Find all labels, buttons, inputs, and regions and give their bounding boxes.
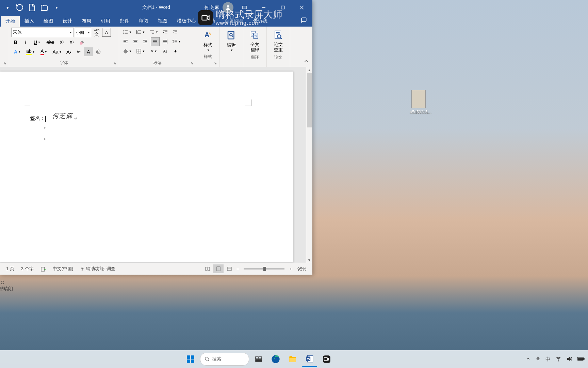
subscript-button[interactable]: X2	[58, 38, 66, 47]
bullet-list-button[interactable]: ▼	[121, 28, 133, 36]
align-right-button[interactable]	[141, 37, 150, 46]
titlebar[interactable]: ▾ ▾ 文档1 - Word 何 芝麻	[0, 0, 312, 15]
zoom-slider[interactable]	[244, 268, 284, 270]
tab-design[interactable]: 设计	[58, 16, 77, 27]
comments-icon[interactable]	[296, 15, 312, 27]
tab-view[interactable]: 视图	[153, 16, 172, 27]
undo-dropdown-icon[interactable]: ▾	[3, 3, 12, 12]
spell-check-icon[interactable]	[37, 266, 49, 272]
text-effects-button[interactable]: A▼	[11, 47, 23, 56]
clear-format-button[interactable]	[77, 38, 86, 47]
word-count[interactable]: 3 个字	[18, 266, 37, 272]
language-status[interactable]: 中文(中国)	[49, 266, 77, 272]
tab-mailings[interactable]: 邮件	[115, 16, 134, 27]
page-number[interactable]: 1 页	[3, 266, 18, 272]
page[interactable]: 签名： ↵ ↵ ↵ 何芝麻	[0, 72, 293, 262]
tab-baidu[interactable]: 百度网盘	[220, 16, 248, 27]
tab-review[interactable]: 审阅	[134, 16, 153, 27]
print-layout-button[interactable]	[213, 264, 224, 273]
font-name-combo[interactable]: 宋体▼	[11, 28, 74, 37]
tab-references[interactable]: 引用	[96, 16, 115, 27]
minimize-icon[interactable]	[256, 1, 272, 14]
phonetic-guide-button[interactable]: wén文	[92, 28, 101, 37]
new-doc-icon[interactable]	[28, 3, 36, 12]
scroll-down-icon[interactable]: ▼	[306, 257, 312, 263]
word-taskbar-button[interactable]: W	[302, 351, 317, 367]
desktop-file-icon[interactable]: a5d593c5...	[410, 90, 427, 114]
change-case-button[interactable]: Aa▼	[51, 47, 63, 56]
align-center-button[interactable]	[131, 37, 140, 46]
translate-button[interactable]: 文A 全文 翻译	[245, 28, 264, 54]
shrink-font-button[interactable]: A▾	[74, 47, 83, 56]
close-icon[interactable]	[294, 1, 310, 14]
zoom-out-button[interactable]: −	[234, 266, 241, 272]
open-icon[interactable]	[40, 3, 48, 12]
tab-layout[interactable]: 布局	[77, 16, 96, 27]
thesis-check-button[interactable]: 论文 查重	[269, 28, 288, 54]
maximize-icon[interactable]	[275, 1, 291, 14]
zoom-in-button[interactable]: +	[287, 266, 294, 272]
ime-indicator[interactable]: 中	[545, 356, 551, 363]
qat-more-icon[interactable]: ▾	[52, 3, 61, 12]
sort-button[interactable]: A↓	[161, 47, 170, 56]
collapse-ribbon-icon[interactable]	[304, 59, 310, 65]
line-spacing-button[interactable]: ▼	[170, 37, 183, 46]
italic-button[interactable]: I	[21, 38, 30, 47]
decrease-indent-button[interactable]	[161, 28, 170, 36]
dialog-launcher-icon[interactable]: ⬊	[191, 61, 195, 66]
weather-widget[interactable]: °C 部晴朗	[0, 279, 13, 292]
underline-button[interactable]: U▼	[31, 38, 43, 47]
explorer-button[interactable]	[285, 352, 300, 367]
microphone-icon[interactable]	[535, 356, 541, 363]
recorder-taskbar-button[interactable]	[319, 352, 334, 367]
taskbar-search[interactable]: 搜索	[200, 353, 249, 366]
font-color-button[interactable]: A▼	[38, 47, 50, 56]
grow-font-button[interactable]: A▴	[64, 47, 73, 56]
font-size-combo[interactable]: 小四▼	[75, 28, 91, 37]
zoom-level[interactable]: 95%	[294, 266, 310, 272]
edge-button[interactable]	[268, 352, 283, 367]
tab-help[interactable]: 帮助	[201, 16, 220, 27]
scroll-up-icon[interactable]: ▲	[306, 67, 312, 73]
align-justify-button[interactable]	[151, 37, 160, 46]
user-avatar-icon[interactable]	[223, 2, 233, 13]
number-list-button[interactable]: 123▼	[134, 28, 147, 36]
ribbon-display-icon[interactable]	[237, 1, 252, 14]
task-view-button[interactable]	[251, 352, 266, 367]
tab-insert[interactable]: 插入	[20, 16, 39, 27]
scroll-thumb[interactable]	[307, 73, 312, 127]
tab-home[interactable]: 开始	[1, 16, 20, 27]
zoom-thumb[interactable]	[263, 267, 266, 271]
strikethrough-button[interactable]: abc	[44, 38, 56, 47]
tab-templates[interactable]: 模板中心	[172, 16, 201, 27]
char-shading-button[interactable]: A	[84, 47, 93, 56]
bold-button[interactable]: B	[11, 38, 20, 47]
asian-layout-button[interactable]: ✕▼	[148, 47, 160, 56]
tab-draw[interactable]: 绘图	[39, 16, 58, 27]
start-button[interactable]	[183, 352, 198, 367]
dialog-launcher-icon[interactable]: ⬊	[214, 61, 219, 66]
shading-button[interactable]: ▼	[121, 47, 133, 56]
highlight-button[interactable]: ab▼	[24, 47, 37, 56]
show-marks-button[interactable]: ✦	[171, 47, 180, 56]
align-left-button[interactable]	[121, 37, 130, 46]
tab-tellme[interactable]: 告诉我	[248, 16, 272, 27]
dialog-launcher-icon[interactable]: ⬊	[113, 61, 118, 66]
battery-icon[interactable]	[577, 356, 585, 362]
wifi-icon[interactable]	[555, 356, 561, 363]
signature-image[interactable]: 何芝麻	[52, 112, 73, 120]
volume-icon[interactable]	[566, 356, 572, 363]
read-mode-button[interactable]	[202, 264, 213, 273]
accessibility-status[interactable]: 辅助功能: 调查	[77, 266, 118, 272]
char-border-button[interactable]: A	[102, 28, 111, 37]
enclose-char-button[interactable]: ㊕	[94, 47, 103, 56]
dialog-launcher-icon[interactable]: ⬊	[3, 61, 8, 66]
redo-icon[interactable]	[16, 3, 24, 12]
borders-button[interactable]: ▼	[134, 47, 147, 56]
tray-chevron-icon[interactable]	[526, 356, 530, 362]
edit-button[interactable]: 编辑▼	[222, 28, 241, 53]
increase-indent-button[interactable]	[171, 28, 180, 36]
superscript-button[interactable]: X2	[67, 38, 76, 47]
web-layout-button[interactable]	[224, 264, 234, 273]
vertical-scrollbar[interactable]: ▲ ▼	[306, 67, 312, 263]
